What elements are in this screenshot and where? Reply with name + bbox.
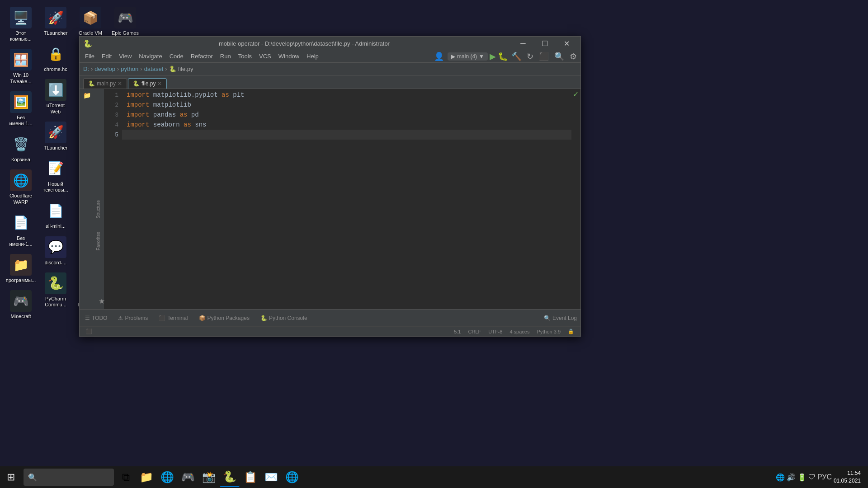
status-branch[interactable]: ⬛ — [83, 328, 95, 334]
menu-refactor[interactable]: Refactor — [187, 51, 217, 61]
desktop-icon-tlauncher1[interactable]: 🚀 TLauncher — [39, 5, 72, 38]
breadcrumb-dataset[interactable]: dataset — [144, 66, 164, 72]
maximize-button[interactable]: ☐ — [534, 37, 555, 50]
desktop-icon-label-mini: all-mini... — [46, 223, 66, 229]
debug-button[interactable]: 🐛 — [498, 52, 508, 61]
menu-file[interactable]: File — [81, 51, 98, 61]
run-config-selector[interactable]: ▶ main (4) ▼ — [448, 52, 488, 61]
taskbar-chrome[interactable]: 🌐 — [282, 467, 302, 487]
desktop-icon-computer[interactable]: 🖥️ Этот компью... — [5, 5, 37, 44]
status-readonly-icon: 🔒 — [565, 328, 577, 334]
breadcrumb-drive[interactable]: D: — [83, 66, 89, 72]
status-indent[interactable]: 4 spaces — [507, 329, 532, 334]
desktop-icon-lock[interactable]: 🔒 chrome.hc — [39, 41, 72, 75]
bottom-tab-problems[interactable]: ⚠ Problems — [113, 312, 153, 324]
menu-view[interactable]: View — [115, 51, 135, 61]
taskbar-pycharm[interactable]: 🐍 — [220, 467, 240, 487]
file-explorer-icon: 📁 — [140, 471, 153, 483]
desktop-icon-psd[interactable]: 🖼️ Без имени-1... — [5, 89, 37, 129]
run-config-label: main (4) — [457, 53, 477, 60]
tray-battery-icon[interactable]: 🔋 — [797, 473, 807, 482]
menu-navigate[interactable]: Navigate — [135, 51, 165, 61]
run-button[interactable]: ▶ — [490, 52, 496, 61]
tray-security-icon[interactable]: 🛡 — [808, 473, 816, 481]
taskbar-apps: ⧉ 📁 🌐 🎮 📸 🐍 📋 ✉️ � — [114, 467, 772, 487]
system-clock[interactable]: 11:54 01.05.2021 — [834, 469, 864, 485]
code-editor[interactable]: import matplotlib.pyplot as plt import m… — [122, 89, 571, 309]
bottom-tab-terminal[interactable]: ⬛ Terminal — [153, 312, 193, 324]
menu-window[interactable]: Window — [275, 51, 303, 61]
taskbar-file-explorer[interactable]: 📁 — [137, 467, 156, 487]
breadcrumb-file[interactable]: 🐍 file.py — [169, 66, 193, 72]
desktop-icon-unnamed2[interactable]: 📄 Без имени-1... — [5, 210, 37, 249]
desktop-icon-minecraft[interactable]: 🎮 Minecraft — [5, 288, 37, 322]
settings-button[interactable]: ⚙ — [568, 51, 579, 62]
status-line-ending[interactable]: CRLF — [465, 329, 484, 334]
mod-matplotlib: matplotlib — [149, 101, 191, 108]
close-button[interactable]: ✕ — [556, 37, 577, 50]
menu-edit[interactable]: Edit — [98, 51, 115, 61]
fold-button[interactable]: 📁 — [82, 91, 92, 100]
status-position[interactable]: 5:1 — [451, 329, 463, 334]
breadcrumb-develop[interactable]: develop — [94, 66, 115, 72]
taskbar-edge[interactable]: 🌐 — [157, 467, 177, 487]
taskbar-app4[interactable]: 🎮 — [178, 467, 198, 487]
stop-button[interactable]: ⬛ — [537, 51, 551, 62]
edge-icon: 🌐 — [160, 471, 174, 483]
taskbar-app6[interactable]: 📋 — [241, 467, 260, 487]
bottom-panel: ☰ TODO ⚠ Problems ⬛ Terminal 📦 Python Pa… — [80, 309, 580, 326]
tray-network-icon[interactable]: 🌐 — [776, 473, 785, 482]
menu-tools[interactable]: Tools — [235, 51, 255, 61]
bottom-tab-todo[interactable]: ☰ TODO — [80, 312, 113, 324]
desktop-icon-label-win10tweaker: Win 10 Tweake... — [7, 72, 35, 84]
check-mark-icon: ✓ — [573, 90, 579, 99]
packages-icon: 📦 — [199, 315, 206, 321]
favorites-star-icon[interactable]: ★ — [99, 297, 105, 305]
desktop-icon-programs[interactable]: 📁 программы... — [5, 252, 37, 286]
desktop-icon-trash[interactable]: 🗑️ Корзина — [5, 131, 37, 165]
tray-sound-icon[interactable]: 🔊 — [787, 473, 796, 482]
event-log-label[interactable]: Event Log — [552, 315, 577, 321]
desktop-icon-pycharm[interactable]: 🐍 PyCharm Commu... — [39, 270, 72, 310]
desktop-icon-discord[interactable]: 💬 discord-... — [39, 234, 72, 268]
profile-button[interactable]: 👤 — [432, 51, 446, 62]
breadcrumb-python[interactable]: python — [121, 66, 138, 72]
taskbar-mail[interactable]: ✉️ — [261, 467, 281, 487]
taskbar-search[interactable]: 🔍 — [24, 469, 114, 486]
desktop-icon-mini[interactable]: 📄 all-mini... — [39, 197, 72, 231]
desktop-icon-win10tweaker[interactable]: 🪟 Win 10 Tweake... — [5, 47, 37, 86]
bottom-tab-python-console[interactable]: 🐍 Python Console — [255, 312, 313, 324]
desktop-icon-cloudflare[interactable]: 🌐 Cloudflare WARP — [5, 167, 37, 207]
tab-main-py-close[interactable]: ✕ — [118, 80, 122, 87]
desktop-icon-label-utorrent: uTorrent Web — [42, 103, 70, 114]
desktop-icon-tlauncher2[interactable]: 🚀 TLauncher — [39, 119, 72, 153]
tab-main-py[interactable]: 🐍 main.py ✕ — [83, 78, 127, 89]
search-button[interactable]: 🔍 — [552, 51, 566, 62]
minimize-button[interactable]: ─ — [513, 37, 533, 50]
mod-pandas: pandas — [149, 111, 179, 118]
menu-vcs[interactable]: VCS — [255, 51, 275, 61]
desktop-icon-label-cloudflare: Cloudflare WARP — [7, 193, 35, 205]
keyboard-language[interactable]: РУС — [817, 473, 832, 481]
menu-help[interactable]: Help — [303, 51, 322, 61]
bottom-tab-python-packages[interactable]: 📦 Python Packages — [193, 312, 255, 324]
side-label-favorites[interactable]: Favorites — [96, 232, 101, 250]
reload-button[interactable]: ↻ — [525, 51, 535, 62]
status-python-version[interactable]: Python 3.9 — [534, 329, 563, 334]
desktop-icon-img-cloudflare: 🌐 — [10, 169, 32, 191]
menu-run[interactable]: Run — [217, 51, 235, 61]
menu-code[interactable]: Code — [166, 51, 187, 61]
taskbar-screenshot[interactable]: 📸 — [199, 467, 219, 487]
tab-file-py-close[interactable]: ✕ — [157, 80, 162, 87]
tab-file-py[interactable]: 🐍 file.py ✕ — [128, 78, 167, 89]
taskbar-task-view[interactable]: ⧉ — [116, 467, 136, 487]
desktop-icon-utorrent[interactable]: ⬇️ uTorrent Web — [39, 77, 72, 117]
desktop-icon-label-lock: chrome.hc — [44, 66, 67, 72]
status-encoding[interactable]: UTF-8 — [486, 329, 505, 334]
side-label-structure[interactable]: Structure — [96, 200, 101, 219]
task-view-icon: ⧉ — [122, 471, 130, 483]
build-button[interactable]: 🔨 — [509, 51, 523, 62]
desktop-icon-label-minecraft: Minecraft — [10, 314, 31, 319]
start-button[interactable]: ⊞ — [0, 466, 22, 488]
desktop-icon-notepad[interactable]: 📝 Новый текстовы... — [39, 155, 72, 195]
